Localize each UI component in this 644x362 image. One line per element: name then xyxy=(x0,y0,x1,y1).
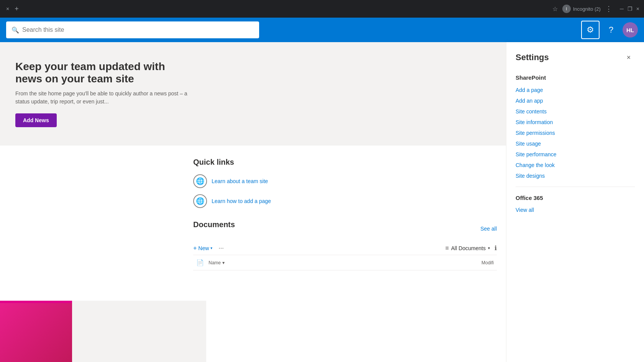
office365-section-title: Office 365 xyxy=(516,195,635,201)
right-column: Quick links 🌐 Learn about a team site 🌐 … xyxy=(184,158,506,270)
quick-link-label-2[interactable]: Learn how to add a page xyxy=(212,198,271,204)
more-actions-button[interactable]: ··· xyxy=(217,245,225,252)
doc-type-icon: 📄 xyxy=(196,259,204,266)
doc-toolbar: + New ▾ ··· ≡ All Documents ▾ ℹ xyxy=(193,241,497,255)
new-document-button[interactable]: + New ▾ xyxy=(193,245,212,252)
settings-link-site-performance[interactable]: Site performance xyxy=(516,151,635,157)
browser-profile[interactable]: I Incognito (2) xyxy=(562,5,601,13)
info-button[interactable]: ℹ xyxy=(495,244,497,252)
settings-link-site-contents[interactable]: Site contents xyxy=(516,108,635,115)
two-column-layout: Quick links 🌐 Learn about a team site 🌐 … xyxy=(0,146,506,270)
doc-list-header: 📄 Name ▾ Modifi xyxy=(193,255,497,270)
browser-menu-icon[interactable]: ⋮ xyxy=(605,5,612,13)
user-avatar[interactable]: HL xyxy=(623,22,638,38)
browser-chrome: × + ☆ I Incognito (2) ⋮ ─ ❐ × xyxy=(0,0,644,18)
quick-link-label-1[interactable]: Learn about a team site xyxy=(212,178,268,184)
settings-panel-title: Settings xyxy=(516,52,549,62)
window-controls: ─ ❐ × xyxy=(620,6,639,12)
close-window-button[interactable]: × xyxy=(636,6,639,12)
settings-button[interactable]: ⚙ xyxy=(581,21,600,39)
minimize-button[interactable]: ─ xyxy=(620,6,624,12)
settings-link-add-page[interactable]: Add a page xyxy=(516,87,635,93)
documents-section: Documents See all + New ▾ ··· ≡ All Docu… xyxy=(193,220,497,270)
search-box[interactable]: 🔍 xyxy=(6,21,259,38)
tile-light xyxy=(72,301,206,362)
new-label: New xyxy=(198,245,209,251)
name-column-label: Name xyxy=(209,260,221,265)
tile-pink xyxy=(0,301,72,362)
main-area: Keep your team updated with news on your… xyxy=(0,42,644,362)
topbar-right: ⚙ ? HL xyxy=(581,21,638,39)
profile-label: Incognito (2) xyxy=(573,6,601,12)
bookmark-icon[interactable]: ☆ xyxy=(552,5,558,13)
globe-icon-1: 🌐 xyxy=(193,174,207,188)
maximize-button[interactable]: ❐ xyxy=(628,6,632,12)
sharepoint-section-title: SharePoint xyxy=(516,74,635,81)
hero-text: Keep your team updated with news on your… xyxy=(15,61,491,127)
quick-links-section: Quick links 🌐 Learn about a team site 🌐 … xyxy=(193,158,497,208)
quick-link-item-2[interactable]: 🌐 Learn how to add a page xyxy=(193,194,497,208)
documents-title: Documents xyxy=(193,220,235,229)
settings-close-button[interactable]: × xyxy=(623,51,635,64)
left-column xyxy=(0,158,184,270)
tab-bar: × + xyxy=(5,3,20,15)
page-content: Keep your team updated with news on your… xyxy=(0,42,506,362)
bottom-tiles xyxy=(0,301,506,362)
hero-title: Keep your team updated with news on your… xyxy=(15,61,192,85)
new-tab-icon[interactable]: + xyxy=(13,3,20,15)
name-column-header[interactable]: Name ▾ xyxy=(209,260,225,265)
settings-link-site-usage[interactable]: Site usage xyxy=(516,141,635,147)
add-news-button[interactable]: Add News xyxy=(15,113,57,127)
settings-panel: Settings × SharePoint Add a page Add an … xyxy=(506,42,644,362)
help-icon: ? xyxy=(609,25,613,35)
hero-description: From the site home page you'll be able t… xyxy=(15,90,199,106)
see-all-link[interactable]: See all xyxy=(480,226,497,232)
view-all-link[interactable]: View all xyxy=(516,207,534,213)
globe-icon-2: 🌐 xyxy=(193,194,207,208)
avatar-label: HL xyxy=(626,27,634,33)
hero-section: Keep your team updated with news on your… xyxy=(0,42,506,146)
browser-right-controls: ☆ I Incognito (2) ⋮ ─ ❐ × xyxy=(552,5,639,13)
settings-link-site-designs[interactable]: Site designs xyxy=(516,173,635,179)
search-icon: 🔍 xyxy=(12,26,19,34)
settings-link-change-look[interactable]: Change the look xyxy=(516,162,635,168)
name-sort-icon: ▾ xyxy=(222,260,225,265)
profile-avatar: I xyxy=(562,5,571,13)
list-view-icon: ≡ xyxy=(445,245,449,252)
close-tab-icon[interactable]: × xyxy=(5,4,11,13)
quick-links-title: Quick links xyxy=(193,158,497,167)
documents-header: Documents See all xyxy=(193,220,497,237)
sharepoint-topbar: 🔍 ⚙ ? HL xyxy=(0,18,644,42)
chevron-down-icon: ▾ xyxy=(210,246,212,250)
settings-link-site-information[interactable]: Site information xyxy=(516,119,635,125)
view-label: All Documents xyxy=(451,245,486,251)
settings-panel-header: Settings × xyxy=(516,51,635,64)
search-input[interactable] xyxy=(22,26,254,33)
settings-link-site-permissions[interactable]: Site permissions xyxy=(516,130,635,136)
settings-divider xyxy=(516,187,635,187)
quick-link-item-1[interactable]: 🌐 Learn about a team site xyxy=(193,174,497,188)
settings-link-add-app[interactable]: Add an app xyxy=(516,98,635,104)
view-selector[interactable]: ≡ All Documents ▾ xyxy=(445,245,490,252)
plus-icon: + xyxy=(193,245,197,252)
modified-column-header[interactable]: Modifi xyxy=(481,260,497,265)
gear-icon: ⚙ xyxy=(586,25,594,35)
help-button[interactable]: ? xyxy=(603,21,619,38)
view-chevron-icon: ▾ xyxy=(488,246,490,250)
close-icon: × xyxy=(627,54,631,62)
tile-accent xyxy=(0,301,72,303)
